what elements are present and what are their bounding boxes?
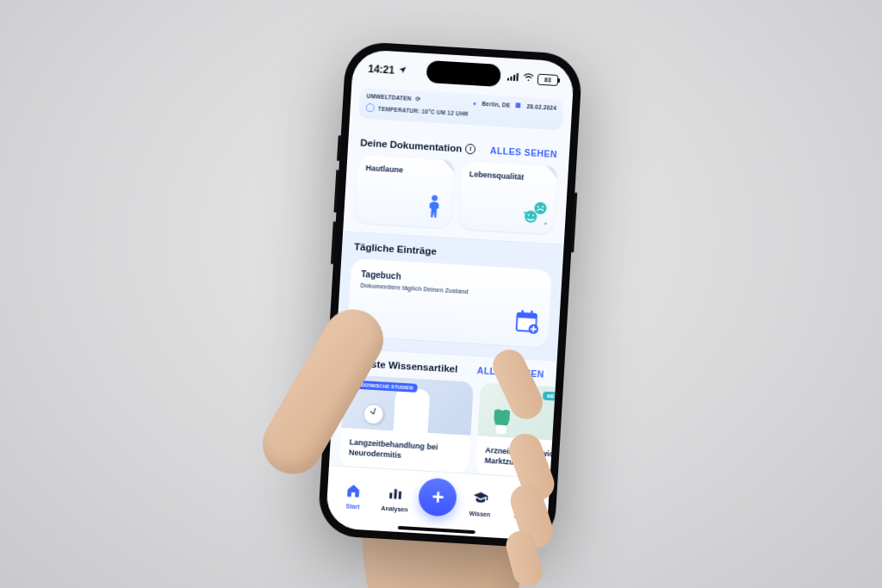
weather-location: Berlin, DE — [481, 100, 510, 108]
card-label: Hautlaune — [365, 164, 445, 176]
clock-icon — [363, 403, 384, 424]
phone-frame: 14:21 83 — [317, 40, 583, 548]
article-card-1[interactable]: MEDIZINISCHE STUDIEN Langzeitbehandlung … — [339, 374, 474, 475]
wifi-icon — [523, 72, 535, 85]
svg-rect-1 — [510, 77, 512, 81]
nav-label: Wissen — [469, 510, 491, 517]
svg-rect-3 — [516, 73, 519, 81]
weather-date: 28.02.2024 — [526, 102, 556, 110]
svg-rect-0 — [507, 78, 509, 81]
svg-line-21 — [518, 500, 528, 501]
weather-label: UMWELTDATEN — [366, 93, 411, 102]
nav-label: Start — [345, 503, 359, 510]
content-scroll[interactable]: Deine Dokumentation i ALLES SEHEN Hautla… — [329, 118, 571, 480]
signal-icon — [507, 71, 520, 84]
stage: 14:21 83 — [0, 0, 882, 588]
svg-rect-2 — [513, 75, 516, 81]
card-hautlaune[interactable]: Hautlaune — [354, 154, 455, 229]
svg-point-6 — [534, 201, 547, 214]
home-icon — [345, 482, 362, 502]
article-title: Arzneimittelentwicklung und Marktzulassu… — [484, 445, 570, 473]
card-tagebuch[interactable]: Tagebuch Dokumentiere täglich Deinen Zus… — [347, 258, 552, 348]
info-icon[interactable]: i — [465, 144, 476, 155]
svg-point-9 — [525, 210, 537, 223]
plus-icon: + — [432, 485, 445, 510]
nav-start[interactable]: Start — [334, 481, 372, 510]
section-title-articles: Neueste Wissensartikel — [347, 357, 458, 374]
status-time: 14:21 — [368, 63, 394, 77]
see-all-documentation[interactable]: ALLES SEHEN — [490, 145, 557, 159]
calendar-small-icon: ▦ — [515, 102, 522, 108]
person-icon — [421, 193, 445, 223]
phone-screen: 14:21 83 — [326, 49, 575, 541]
nav-analysen[interactable]: Analysen — [376, 484, 414, 512]
section-title-documentation: Deine Dokumentation — [360, 138, 463, 154]
nav-label: Analysen — [381, 504, 407, 512]
pin-icon: ● — [473, 100, 477, 106]
chart-bar-icon — [387, 485, 403, 504]
svg-line-20 — [518, 496, 528, 497]
nav-mehr[interactable]: Mehr — [503, 492, 541, 520]
refresh-icon: ⟳ — [415, 96, 421, 102]
svg-rect-14 — [521, 310, 524, 316]
mood-faces-icon — [522, 199, 550, 230]
nav-label: Mehr — [514, 512, 529, 519]
battery-indicator: 83 — [537, 73, 559, 85]
section-daily-entries: Tägliche Einträge Tagebuch Dokumentiere … — [336, 231, 564, 361]
svg-rect-17 — [389, 492, 392, 498]
svg-point-5 — [432, 195, 438, 201]
articles-scroller[interactable]: MEDIZINISCHE STUDIEN Langzeitbehandlung … — [339, 374, 545, 480]
location-arrow-icon — [398, 65, 407, 77]
home-indicator[interactable] — [397, 526, 475, 534]
svg-rect-19 — [399, 491, 402, 498]
article-thumb — [477, 382, 570, 443]
weather-detail: TEMPERATUR: 10°C UM 12 UHR — [378, 105, 469, 116]
dynamic-island — [425, 60, 500, 87]
thermometer-icon — [365, 103, 375, 113]
card-lebensqualitaet[interactable]: Lebensqualität — [457, 161, 558, 236]
svg-rect-18 — [394, 489, 397, 498]
graduation-cap-icon — [472, 490, 488, 510]
article-title: Langzeitbehandlung bei Neurodermitis — [349, 436, 462, 464]
svg-point-4 — [528, 79, 530, 81]
see-all-articles[interactable]: ALLES SEHEN — [477, 365, 544, 380]
menu-icon — [514, 492, 531, 511]
bottom-nav: Start Analysen + — [326, 465, 550, 541]
calendar-plus-icon — [513, 308, 541, 339]
card-label: Lebensqualität — [469, 170, 550, 183]
smartphone: 14:21 83 — [317, 40, 583, 548]
article-card-2[interactable]: MEDIZINISCHE STUDIEN Arzneimittelentwick… — [475, 382, 571, 480]
svg-line-22 — [517, 504, 527, 504]
nav-add-button[interactable]: + — [418, 477, 458, 517]
svg-rect-15 — [531, 310, 533, 316]
section-title-daily: Tägliche Einträge — [354, 241, 437, 257]
nav-wissen[interactable]: Wissen — [462, 489, 500, 517]
